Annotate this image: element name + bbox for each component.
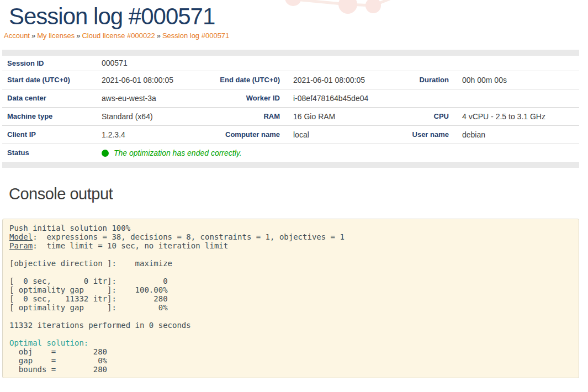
console-line [9, 250, 574, 259]
field-label: User name [386, 125, 458, 144]
console-text-segment: Optimal solution: [9, 338, 88, 347]
breadcrumb: Account»My licenses»Cloud license #00002… [4, 31, 588, 40]
field-label: Machine type [2, 107, 102, 125]
console-text-segment: [ optimality gap ]: 0% [9, 303, 168, 312]
table-row: Client IP1.2.3.4Computer namelocalUser n… [2, 125, 579, 144]
breadcrumb-link[interactable]: Session log #000571 [162, 31, 229, 40]
console-link[interactable]: Model [9, 232, 33, 241]
breadcrumb-link[interactable]: Account [4, 31, 30, 40]
field-value: 16 Gio RAM [289, 107, 386, 125]
field-label: Data center [2, 89, 102, 107]
console-line [9, 330, 574, 338]
field-value: 00h 00m 00s [458, 71, 579, 89]
console-line: Model: expressions = 38, decisions = 8, … [9, 232, 574, 241]
console-line [9, 312, 574, 321]
console-text-segment: Push initial solution 100% [9, 224, 130, 232]
console-text-segment: [ optimality gap ]: 100.00% [9, 285, 168, 294]
field-value: 2021-06-01 08:00:05 [102, 71, 184, 89]
field-label: Computer name [184, 125, 289, 144]
field-value: 4 vCPU - 2.5 to 3.1 GHz [458, 107, 579, 125]
table-row: Session ID000571 [2, 56, 579, 71]
console-line: 11332 iterations performed in 0 seconds [9, 321, 574, 330]
console-line: [ 0 sec, 0 itr]: 0 [9, 277, 574, 285]
field-value: 000571 [102, 56, 579, 71]
field-label: RAM [184, 107, 289, 125]
table-bottom-band [2, 162, 579, 168]
console-line: obj = 280 [9, 347, 574, 356]
field-label: Status [2, 144, 102, 162]
console-output-box: Push initial solution 100%Model: express… [2, 219, 579, 378]
field-label: End date (UTC+0) [184, 71, 289, 89]
breadcrumb-separator: » [30, 31, 37, 40]
breadcrumb-separator: » [75, 31, 82, 40]
console-text-segment: : time limit = 10 sec, no iteration limi… [33, 241, 228, 250]
console-link[interactable]: Param [9, 241, 33, 250]
field-label: Worker ID [184, 89, 289, 107]
table-row: Start date (UTC+0)2021-06-01 08:00:05End… [2, 71, 579, 89]
field-label: Duration [386, 71, 458, 89]
status-dot-icon [102, 150, 109, 157]
console-text-segment: obj = 280 [9, 347, 107, 356]
status-value: The optimization has ended correctly. [102, 144, 579, 162]
table-row: Machine typeStandard (x64)RAM16 Gio RAMC… [2, 107, 579, 125]
console-line: Param: time limit = 10 sec, no iteration… [9, 241, 574, 250]
table-top-band [2, 50, 579, 56]
console-line [9, 268, 574, 277]
field-label: Client IP [2, 125, 102, 144]
console-line: bounds = 280 [9, 365, 574, 374]
console-text-segment: [ 0 sec, 11332 itr]: 280 [9, 294, 168, 303]
breadcrumb-link[interactable]: My licenses [37, 31, 75, 40]
console-line: gap = 0% [9, 356, 574, 365]
table-row: Data centeraws-eu-west-3aWorker IDi-08ef… [2, 89, 579, 107]
field-label: Session ID [2, 56, 102, 71]
field-value: local [289, 125, 386, 144]
breadcrumb-separator: » [155, 31, 162, 40]
console-line: [ optimality gap ]: 100.00% [9, 285, 574, 294]
field-value: 2021-06-01 08:00:05 [289, 71, 386, 89]
breadcrumb-link[interactable]: Cloud license #000022 [82, 31, 155, 40]
page-title: Session log #000571 [9, 3, 588, 30]
field-label: CPU [386, 107, 458, 125]
field-value: Standard (x64) [102, 107, 184, 125]
status-text: The optimization has ended correctly. [114, 149, 242, 157]
console-text-segment: [ 0 sec, 0 itr]: 0 [9, 277, 168, 285]
console-text-segment: [objective direction ]: maximize [9, 259, 172, 268]
console-line: Optimal solution: [9, 338, 574, 347]
field-value: aws-eu-west-3a [102, 89, 184, 107]
console-line: [ 0 sec, 11332 itr]: 280 [9, 294, 574, 303]
field-value: 1.2.3.4 [102, 125, 184, 144]
console-text-segment: 11332 iterations performed in 0 seconds [9, 321, 191, 330]
field-value: i-08ef478164b45de04 [289, 89, 579, 107]
console-text-segment: : expressions = 38, decisions = 8, const… [33, 232, 345, 241]
field-value: debian [458, 125, 579, 144]
field-label: Start date (UTC+0) [2, 71, 102, 89]
session-details: Session ID000571Start date (UTC+0)2021-0… [2, 50, 579, 168]
session-details-table: Session ID000571Start date (UTC+0)2021-0… [2, 56, 579, 162]
console-line: Push initial solution 100% [9, 224, 574, 232]
console-output-text: Push initial solution 100%Model: express… [3, 219, 579, 378]
console-text-segment: bounds = 280 [9, 365, 107, 374]
console-output-heading: Console output [9, 184, 588, 203]
table-row: StatusThe optimization has ended correct… [2, 144, 579, 162]
console-line: [ optimality gap ]: 0% [9, 303, 574, 312]
console-line: [objective direction ]: maximize [9, 259, 574, 268]
console-text-segment: gap = 0% [9, 356, 107, 365]
